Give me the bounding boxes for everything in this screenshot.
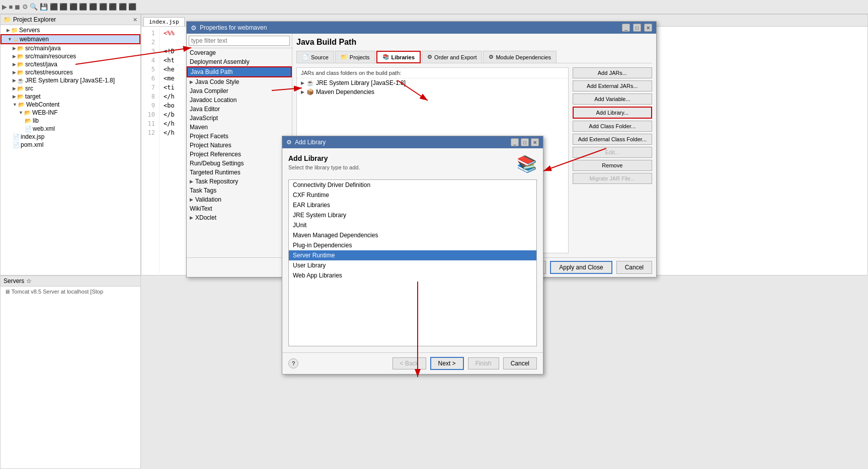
lib-item-maven-managed[interactable]: Maven Managed Dependencies — [289, 230, 536, 240]
tree-item-jre[interactable]: ▶ ☕ JRE System Library [JavaSE-1.8] — [1, 76, 140, 84]
tree-label: WebContent — [26, 101, 60, 108]
properties-close-btn[interactable]: ✕ — [644, 24, 652, 32]
tree-item-webmaven[interactable]: ▼ 🗂 webmaven — [1, 34, 140, 44]
tree-item-webcontent[interactable]: ▼ 📂 WebContent — [1, 101, 140, 109]
left-tree-project-facets[interactable]: Project Facets — [187, 132, 292, 141]
apply-close-btn[interactable]: Apply and Close — [550, 261, 612, 274]
code-line: </h — [164, 92, 175, 101]
project-explorer-close[interactable]: ✕ — [133, 17, 137, 23]
tree-item-src-main-java[interactable]: ▶ 📂 src/main/java — [1, 44, 140, 52]
left-tree-targeted-runtimes[interactable]: Targeted Runtimes — [187, 168, 292, 177]
lib-item-junit[interactable]: JUnit — [289, 220, 536, 230]
tree-item-lib[interactable]: 📂 lib — [1, 117, 140, 125]
tree-item-src-test-java[interactable]: ▶ 📂 src/test/java — [1, 60, 140, 68]
jar-expand-arrow: ▶ — [301, 89, 304, 95]
left-tree-task-tags[interactable]: Task Tags — [187, 186, 292, 195]
left-tree-maven[interactable]: Maven — [187, 123, 292, 132]
add-variable-btn[interactable]: Add Variable... — [573, 93, 652, 105]
lib-item-cxf[interactable]: CXF Runtime — [289, 190, 536, 200]
add-external-class-folder-btn[interactable]: Add External Class Folder... — [573, 134, 652, 145]
project-explorer-title: Project Explorer — [13, 16, 56, 23]
code-line: <ht — [164, 56, 175, 65]
lib-item-server-runtime[interactable]: Server Runtime — [289, 250, 536, 260]
tab-module-deps[interactable]: ⚙ Module Dependencies — [483, 51, 556, 63]
tree-item-webinf[interactable]: ▼ 📂 WEB-INF — [1, 109, 140, 117]
left-tree-project-refs[interactable]: Project References — [187, 150, 292, 159]
help-btn[interactable]: ? — [288, 358, 298, 368]
editor-tab-indexjsp[interactable]: index.jsp — [143, 17, 185, 26]
add-lib-subtitle: Select the library type to add. — [288, 164, 511, 170]
code-line: <%% — [164, 29, 175, 38]
code-content[interactable]: <%% <!D <ht <he <me <ti </h <bo </b </h … — [160, 29, 179, 273]
folder-icon: 📂 — [17, 53, 24, 60]
folder-icon: 📂 — [24, 110, 31, 116]
jar-item-jre[interactable]: ▶ ☕ JRE System Library [JavaSE-1.8] — [297, 78, 568, 87]
expand-arrow: ▶ — [13, 62, 16, 67]
left-tree-project-natures[interactable]: Project Natures — [187, 141, 292, 150]
left-tree-javascript[interactable]: JavaScript — [187, 114, 292, 123]
add-library-btn[interactable]: Add Library... — [573, 107, 652, 119]
tree-item-src-test-res[interactable]: ▶ 📂 src/test/resources — [1, 68, 140, 76]
left-tree-deployment[interactable]: Deployment Assembly — [187, 57, 292, 66]
tree-item-src[interactable]: ▶ 📂 src — [1, 84, 140, 92]
jar-item-maven[interactable]: ▶ 📦 Maven Dependencies — [297, 87, 568, 97]
tree-item-src-main-res[interactable]: ▶ 📂 src/main/resources — [1, 52, 140, 60]
tab-order-export[interactable]: ⚙ Order and Export — [422, 51, 482, 63]
left-tree-java-code-style[interactable]: ▶ Java Code Style — [187, 77, 292, 86]
project-explorer-header: 📁 Project Explorer ✕ — [1, 15, 140, 25]
left-tree-run-debug[interactable]: Run/Debug Settings — [187, 159, 292, 168]
add-library-footer: ? < Back Next > Finish Cancel — [282, 352, 543, 374]
properties-maximize-btn[interactable]: □ — [633, 24, 641, 32]
folder-icon: 📂 — [17, 61, 24, 68]
tree-item-target[interactable]: ▶ 📂 target — [1, 92, 140, 101]
migrate-jar-btn[interactable]: Migrate JAR File... — [573, 173, 652, 184]
tab-projects[interactable]: 📁 Projects — [335, 51, 375, 63]
tab-order-icon: ⚙ — [427, 54, 432, 60]
lib-item-connectivity[interactable]: Connectivity Driver Definition — [289, 180, 536, 190]
left-tree-java-build-path[interactable]: Java Build Path — [187, 66, 292, 77]
add-lib-minimize-btn[interactable]: _ — [511, 138, 519, 146]
lib-item-jre-system[interactable]: JRE System Library — [289, 210, 536, 220]
left-tree-xdoclet[interactable]: ▶ XDoclet — [187, 213, 292, 222]
add-external-jars-btn[interactable]: Add External JARs... — [573, 80, 652, 91]
properties-left-panel: Coverage Deployment Assembly Java Build … — [187, 34, 292, 257]
expand-arrow: ▶ — [190, 179, 193, 184]
tab-libraries[interactable]: 📚 Libraries — [376, 51, 421, 63]
lib-item-ear[interactable]: EAR Libraries — [289, 200, 536, 210]
left-tree-java-compiler[interactable]: Java Compiler — [187, 86, 292, 96]
left-tree-javadoc[interactable]: Javadoc Location — [187, 96, 292, 105]
edit-btn[interactable]: Edit... — [573, 147, 652, 158]
left-tree-task-repo[interactable]: ▶ Task Repository — [187, 177, 292, 186]
tab-source-icon: 📄 — [302, 54, 309, 60]
lib-item-user-library[interactable]: User Library — [289, 260, 536, 270]
left-tree-java-editor[interactable]: Java Editor — [187, 105, 292, 114]
add-class-folder-btn[interactable]: Add Class Folder... — [573, 121, 652, 132]
lib-item-webapp-libs[interactable]: Web App Libraries — [289, 270, 536, 280]
back-btn[interactable]: < Back — [392, 357, 426, 369]
cancel-btn[interactable]: Cancel — [616, 261, 652, 274]
cancel-btn[interactable]: Cancel — [503, 357, 537, 369]
next-btn[interactable]: Next > — [430, 357, 464, 370]
left-tree-validation[interactable]: ▶ Validation — [187, 195, 292, 204]
add-lib-maximize-btn[interactable]: □ — [521, 138, 529, 146]
tabs-bar: 📄 Source 📁 Projects 📚 Libraries ⚙ Order … — [296, 51, 652, 63]
filter-input[interactable] — [189, 36, 290, 46]
toolbar-icons: ▶ ■ ◼ ⚙ 🔍 💾 ⬛ ⬛ ⬛ ⬛ ⬛ ⬛ ⬛ ⬛ ⬛ — [2, 3, 136, 11]
tab-source[interactable]: 📄 Source — [296, 51, 334, 63]
remove-btn[interactable]: Remove — [573, 160, 652, 171]
add-lib-close-btn[interactable]: ✕ — [531, 138, 539, 146]
left-tree-wikitext[interactable]: WikiText — [187, 204, 292, 213]
lib-item-plugin-deps[interactable]: Plug-in Dependencies — [289, 240, 536, 250]
finish-btn[interactable]: Finish — [468, 357, 499, 369]
left-tree-coverage[interactable]: Coverage — [187, 48, 292, 57]
tree-item-webxml[interactable]: 📄 web.xml — [1, 125, 140, 133]
tree-item-servers[interactable]: ▶ 📁 Servers — [1, 26, 140, 34]
tree-item-indexjsp[interactable]: 📄 index.jsp — [1, 133, 140, 141]
code-line: </b — [164, 110, 175, 119]
tree-label: src/test/resources — [25, 69, 73, 76]
tree-item-pomxml[interactable]: 📄 pom.xml — [1, 141, 140, 149]
add-jars-btn[interactable]: Add JARs... — [573, 67, 652, 78]
tree-label: src — [25, 85, 33, 92]
properties-minimize-btn[interactable]: _ — [622, 24, 630, 32]
code-line: <he — [164, 65, 175, 74]
